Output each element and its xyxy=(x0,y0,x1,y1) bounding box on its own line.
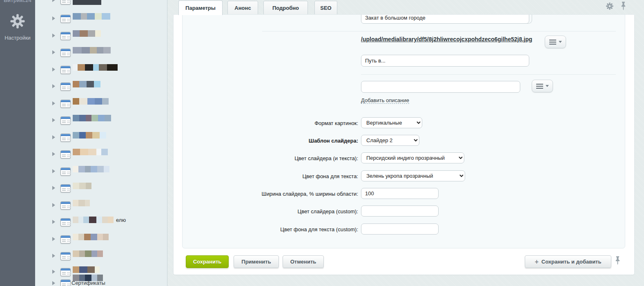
expand-arrow-icon[interactable] xyxy=(52,16,55,20)
tree-item[interactable] xyxy=(35,0,167,5)
pin-top-icon[interactable] xyxy=(621,1,626,12)
tree-item[interactable] xyxy=(35,168,167,177)
tree-item[interactable] xyxy=(35,201,167,210)
uploaded-file-link[interactable]: /upload/medialibrary/df5/8j2hliwrecojcxp… xyxy=(361,36,532,42)
second-file-menu-button[interactable] xyxy=(532,80,553,92)
tree-item[interactable] xyxy=(35,100,167,109)
expand-arrow-icon[interactable] xyxy=(52,34,55,38)
blur-block xyxy=(97,47,103,54)
tree-item[interactable] xyxy=(35,116,167,125)
blur-block xyxy=(95,13,102,20)
blur-block xyxy=(102,217,108,223)
tree-item[interactable] xyxy=(35,150,167,159)
expand-arrow-icon[interactable] xyxy=(52,135,55,139)
section-icon xyxy=(60,134,71,142)
tree-item[interactable] xyxy=(35,32,167,41)
hamburger-icon xyxy=(549,42,556,42)
blur-block xyxy=(91,234,97,240)
expand-arrow-icon[interactable] xyxy=(52,237,55,241)
tree-item[interactable] xyxy=(35,66,167,75)
title-input[interactable] xyxy=(361,15,529,24)
field-label-slider-width: Ширина слайдера, % ширины области: xyxy=(178,191,358,197)
blur-block xyxy=(95,266,100,273)
slider-color-select[interactable]: Персидский индиго прозрачный xyxy=(361,152,464,163)
tab-anons[interactable]: Анонс xyxy=(227,1,258,15)
section-icon xyxy=(60,83,71,91)
text-bg-color-custom-input[interactable] xyxy=(361,223,439,235)
tree-item[interactable] xyxy=(35,83,167,92)
expand-arrow-icon[interactable] xyxy=(52,67,55,72)
expand-arrow-icon[interactable] xyxy=(52,0,55,2)
expand-arrow-icon[interactable] xyxy=(52,220,55,224)
blur-block xyxy=(89,217,96,223)
slider-template-select[interactable]: Слайдер 2 xyxy=(361,135,419,146)
blur-block xyxy=(88,30,95,37)
settings-gear-icon[interactable] xyxy=(10,13,25,31)
expand-arrow-icon[interactable] xyxy=(52,270,55,274)
pin-bottom-icon[interactable] xyxy=(615,256,620,267)
section-icon xyxy=(60,32,71,40)
tab-parametry[interactable]: Параметры xyxy=(178,0,223,15)
expand-arrow-icon[interactable] xyxy=(52,84,55,88)
tree-item[interactable]: Сертификаты xyxy=(35,279,167,286)
blur-block xyxy=(85,250,91,257)
save-button[interactable]: Сохранить xyxy=(186,255,229,268)
form-settings-gear-icon[interactable] xyxy=(606,2,613,11)
tree-item[interactable] xyxy=(35,252,167,261)
expand-arrow-icon[interactable] xyxy=(52,186,55,190)
expand-arrow-icon[interactable] xyxy=(52,254,55,258)
blur-block xyxy=(93,64,99,71)
image-format-select[interactable]: Вертикальные xyxy=(361,117,422,128)
expand-arrow-icon[interactable] xyxy=(52,281,55,285)
tree-item[interactable] xyxy=(35,184,167,193)
blur-block xyxy=(91,166,97,172)
image-description-input[interactable] xyxy=(361,55,529,67)
blur-block xyxy=(87,266,95,273)
tree-item[interactable] xyxy=(35,235,167,244)
blur-block xyxy=(105,115,111,121)
tab-seo[interactable]: SEO xyxy=(314,1,337,15)
second-file-input[interactable] xyxy=(361,81,520,93)
section-icon xyxy=(60,49,71,57)
section-icon xyxy=(60,168,71,176)
expand-arrow-icon[interactable] xyxy=(52,118,55,122)
blur-block xyxy=(81,13,87,20)
tree-item[interactable]: елю xyxy=(35,218,167,227)
blur-block xyxy=(73,234,78,240)
blur-block xyxy=(86,132,92,139)
blurred-label xyxy=(73,81,100,87)
expand-arrow-icon[interactable] xyxy=(52,169,55,173)
add-description-link[interactable]: Добавить описание xyxy=(361,97,409,104)
save-and-add-button[interactable]: + Сохранить и добавить xyxy=(525,255,611,268)
expand-arrow-icon[interactable] xyxy=(52,152,55,156)
file-menu-button[interactable] xyxy=(545,36,566,48)
blur-block xyxy=(95,30,101,37)
expand-arrow-icon[interactable] xyxy=(52,50,55,54)
settings-label[interactable]: Настройки xyxy=(0,35,35,41)
section-icon xyxy=(60,268,71,276)
text-bg-color-select[interactable]: Зелень укропа прозрачный xyxy=(361,170,465,181)
slider-color-custom-input[interactable] xyxy=(361,206,439,217)
tree-item[interactable] xyxy=(35,15,167,24)
apply-button[interactable]: Применить xyxy=(234,255,279,268)
blur-block xyxy=(73,266,79,273)
blur-block xyxy=(78,217,83,223)
blurred-label xyxy=(73,132,106,139)
expand-arrow-icon[interactable] xyxy=(52,101,55,105)
blur-block xyxy=(78,64,85,71)
field-label-slider-color: Цвет слайдера (и текста): xyxy=(178,155,358,161)
blur-block xyxy=(86,115,91,121)
blur-block xyxy=(73,0,101,5)
tree-item[interactable] xyxy=(35,134,167,143)
blur-block xyxy=(73,13,81,20)
tab-podrobno[interactable]: Подробно xyxy=(263,1,308,15)
expand-arrow-icon[interactable] xyxy=(52,203,55,207)
cancel-button[interactable]: Отменить xyxy=(283,255,324,268)
blur-block xyxy=(103,234,109,240)
slider-width-input[interactable] xyxy=(361,188,439,199)
tree-item[interactable] xyxy=(35,49,167,58)
blur-block xyxy=(73,98,79,105)
blur-block xyxy=(73,183,79,189)
blurred-label xyxy=(73,149,108,155)
divider xyxy=(262,31,616,31)
